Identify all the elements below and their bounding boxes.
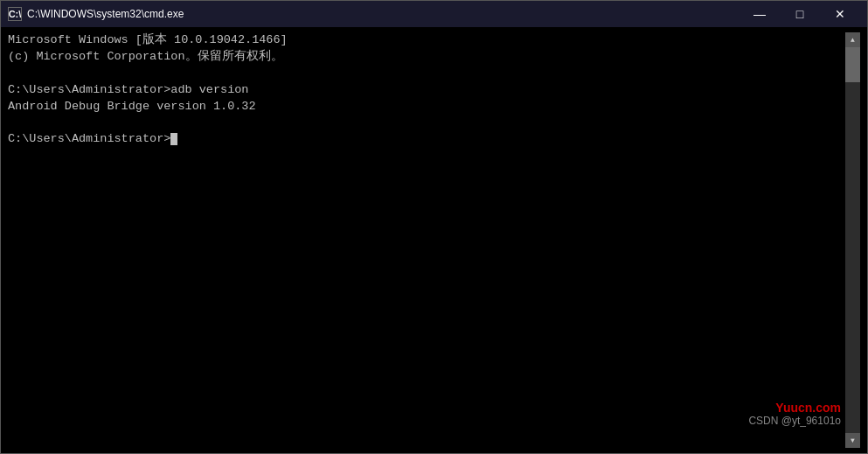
window-controls: — □ ✕ (740, 1, 860, 27)
maximize-button[interactable]: □ (780, 1, 820, 27)
terminal-line5: Android Debug Bridge version 1.0.32 (8, 100, 256, 113)
terminal-body[interactable]: Microsoft Windows [版本 10.0.19042.1466] (… (1, 27, 867, 453)
terminal-line2: (c) Microsoft Corporation。保留所有权利。 (8, 50, 283, 63)
scrollbar[interactable]: ▲ ▼ (845, 32, 860, 448)
window-title: C:\WINDOWS\system32\cmd.exe (27, 8, 184, 20)
title-bar: C:\ C:\WINDOWS\system32\cmd.exe — □ ✕ (1, 1, 867, 27)
scrollbar-down-button[interactable]: ▼ (845, 433, 860, 448)
scrollbar-up-button[interactable]: ▲ (845, 32, 860, 47)
terminal-line4: C:\Users\Administrator>adb version (8, 83, 248, 96)
title-bar-left: C:\ C:\WINDOWS\system32\cmd.exe (8, 7, 184, 21)
cmd-window: C:\ C:\WINDOWS\system32\cmd.exe — □ ✕ Mi… (0, 0, 868, 454)
minimize-button[interactable]: — (740, 1, 780, 27)
close-button[interactable]: ✕ (820, 1, 860, 27)
watermark-area: Yuucn.com CSDN @yt_96101o (748, 401, 841, 427)
terminal-line7: C:\Users\Administrator> (8, 132, 170, 145)
scrollbar-track[interactable] (845, 47, 860, 433)
watermark-csdn: CSDN @yt_96101o (748, 415, 841, 427)
terminal-cursor (170, 133, 177, 145)
watermark-yuucn: Yuucn.com (748, 401, 841, 415)
scrollbar-thumb[interactable] (845, 47, 860, 82)
terminal-line1: Microsoft Windows [版本 10.0.19042.1466] (8, 33, 288, 46)
terminal-content[interactable]: Microsoft Windows [版本 10.0.19042.1466] (… (8, 32, 845, 448)
cmd-icon: C:\ (8, 7, 22, 21)
